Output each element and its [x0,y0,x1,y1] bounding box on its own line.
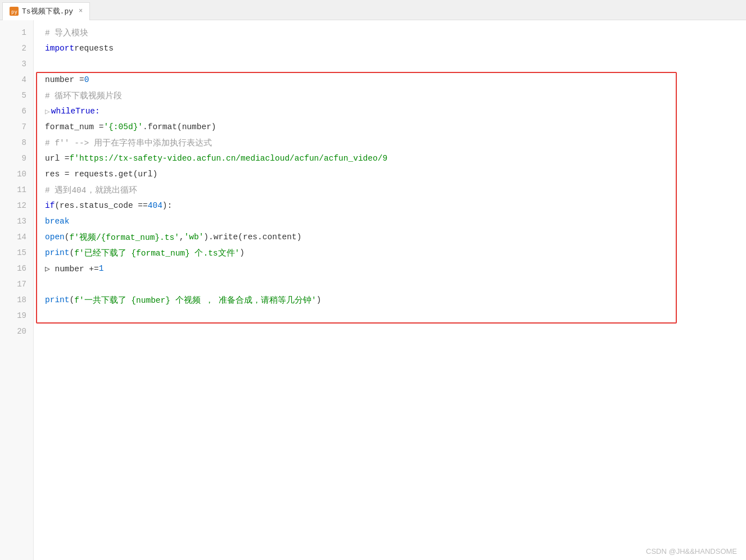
code-line: print(f'已经下载了 {format_num} 个.ts文件') [34,245,746,261]
code-line: if(res.status_code == 404): [34,198,746,213]
python-file-icon: py [10,7,19,16]
code-line: open(f'视频/{format_num}.ts', 'wb').write(… [34,229,746,245]
code-line [34,56,746,72]
line-number: 8 [0,135,33,151]
code-line: url = f'https://tx-safety-video.acfun.cn… [34,151,746,166]
code-line: ▷while True: [34,103,746,119]
svg-text:py: py [11,9,17,15]
tab-bar: py Ts视频下载.py × [0,0,746,20]
code-line [34,324,746,339]
tab-close-button[interactable]: × [79,7,83,15]
line-number: 3 [0,56,33,72]
code-line: break [34,213,746,229]
code-line: print(f'一共下载了 {number} 个视频 ， 准备合成，请稍等几分钟… [34,292,746,308]
code-line [34,276,746,292]
tab-ts-video[interactable]: py Ts视频下载.py × [2,2,90,20]
code-line: format_num = '{:05d}'.format(number) [34,119,746,135]
line-number: 10 [0,166,33,182]
line-number: 9 [0,151,33,166]
line-number: 17 [0,276,33,292]
line-number: 19 [0,308,33,324]
line-number: 20 [0,324,33,339]
code-line: # 遇到404，就跳出循环 [34,182,746,198]
code-line: # f'' --> 用于在字符串中添加执行表达式 [34,135,746,151]
code-line [34,308,746,324]
code-line: res = requests.get(url) [34,166,746,182]
line-number: 14 [0,229,33,245]
code-line: import requests [34,40,746,56]
code-line: # 导入模块 [34,25,746,40]
line-numbers: 1234567891011121314151617181920 [0,20,34,560]
line-number: 15 [0,245,33,261]
code-line: # 循环下载视频片段 [34,88,746,103]
line-number: 16 [0,261,33,276]
code-line: ▷ number += 1 [34,261,746,276]
line-number: 13 [0,213,33,229]
line-number: 18 [0,292,33,308]
line-number: 5 [0,88,33,103]
line-number: 6 [0,103,33,119]
line-number: 4 [0,72,33,88]
line-number: 2 [0,40,33,56]
line-number: 11 [0,182,33,198]
code-line: number = 0 [34,72,746,88]
watermark: CSDN @JH&&HANDSOME [646,547,737,556]
code-content[interactable]: # 导入模块 import requests number = 0 # 循环下载… [34,20,746,560]
line-number: 7 [0,119,33,135]
editor: 1234567891011121314151617181920 # 导入模块 i… [0,20,746,560]
tab-label: Ts视频下载.py [22,6,73,16]
line-number: 12 [0,198,33,213]
line-number: 1 [0,25,33,40]
